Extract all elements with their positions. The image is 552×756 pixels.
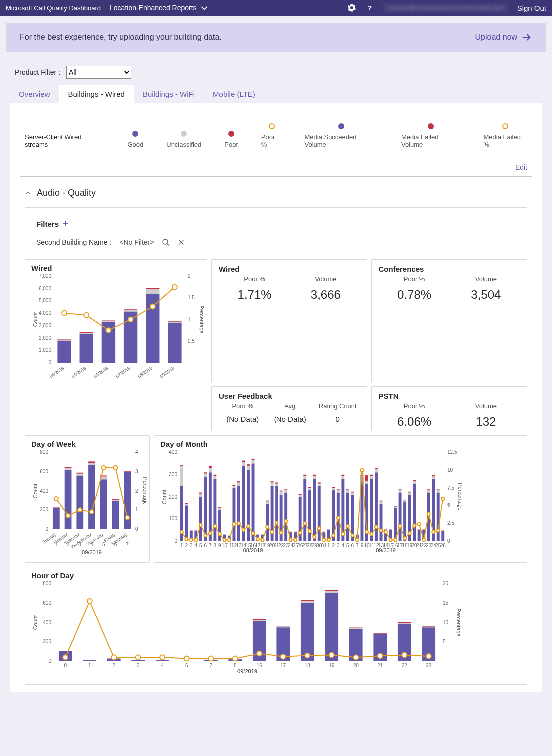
svg-rect-240: [375, 468, 378, 469]
sign-out-link[interactable]: Sign Out: [517, 4, 546, 12]
help-icon[interactable]: ?: [365, 3, 374, 12]
svg-text:7: 7: [209, 543, 212, 548]
svg-rect-34: [168, 321, 181, 322]
svg-rect-18: [57, 340, 71, 341]
svg-point-319: [351, 534, 354, 537]
svg-rect-196: [308, 490, 311, 541]
svg-text:2.5: 2.5: [447, 520, 454, 526]
svg-point-85: [113, 466, 117, 470]
filter-field-label: Second Building Name :: [36, 238, 111, 246]
gear-icon[interactable]: [347, 3, 356, 12]
svg-rect-27: [124, 310, 137, 312]
section-header[interactable]: Audio - Quality: [20, 188, 532, 207]
reports-menu[interactable]: Location-Enhanced Reports: [110, 3, 209, 12]
svg-rect-133: [209, 472, 212, 541]
svg-point-38: [128, 317, 133, 322]
svg-text:08/2019: 08/2019: [137, 365, 153, 379]
svg-point-331: [408, 532, 411, 535]
svg-rect-255: [399, 489, 402, 490]
svg-rect-273: [427, 489, 430, 490]
svg-point-329: [399, 525, 402, 528]
chevron-up-icon: [25, 190, 32, 197]
svg-point-328: [394, 538, 397, 541]
clear-filter-icon[interactable]: [178, 239, 185, 246]
svg-text:5: 5: [199, 543, 202, 548]
svg-point-295: [237, 522, 240, 525]
svg-rect-66: [76, 474, 83, 476]
svg-rect-59: [53, 508, 60, 529]
svg-text:8: 8: [234, 663, 237, 668]
svg-rect-171: [266, 501, 269, 502]
svg-rect-261: [408, 492, 411, 493]
svg-text:04/2019: 04/2019: [49, 365, 65, 379]
metric-column: Volume132: [450, 400, 522, 429]
svg-point-337: [437, 529, 440, 532]
svg-rect-218: [341, 476, 344, 479]
product-filter-select[interactable]: All: [66, 66, 131, 79]
svg-point-311: [313, 535, 316, 538]
svg-text:5: 5: [443, 639, 446, 644]
svg-point-303: [275, 521, 278, 524]
add-filter-icon[interactable]: +: [63, 219, 68, 229]
svg-point-286: [194, 538, 197, 541]
svg-rect-185: [289, 532, 292, 532]
svg-text:09/2019: 09/2019: [159, 365, 175, 379]
svg-point-309: [303, 522, 306, 525]
svg-point-297: [247, 525, 250, 528]
svg-text:?: ?: [368, 4, 372, 12]
svg-rect-276: [432, 475, 435, 476]
svg-text:300: 300: [169, 472, 177, 477]
svg-text:3: 3: [79, 542, 82, 547]
edit-link[interactable]: Edit: [515, 163, 527, 171]
svg-rect-221: [346, 490, 349, 492]
svg-rect-248: [389, 530, 392, 530]
svg-rect-204: [318, 482, 321, 483]
svg-point-84: [102, 466, 106, 470]
svg-text:2,000: 2,000: [39, 335, 51, 341]
svg-rect-65: [76, 476, 83, 530]
metric-wired: Wired Poor %1.71%Volume3,666: [211, 259, 367, 382]
tab-buildings-wifi[interactable]: Buildings - WiFi: [134, 85, 204, 103]
svg-point-302: [271, 530, 274, 533]
svg-point-40: [172, 285, 177, 290]
svg-rect-252: [394, 506, 397, 506]
svg-rect-117: [180, 465, 183, 466]
search-icon[interactable]: [162, 238, 170, 246]
svg-point-463: [233, 656, 238, 661]
svg-point-326: [384, 530, 387, 533]
svg-rect-410: [59, 651, 72, 651]
svg-text:0: 0: [45, 526, 48, 532]
svg-point-291: [218, 533, 221, 536]
svg-text:6: 6: [114, 542, 117, 547]
svg-rect-148: [233, 488, 236, 541]
svg-rect-241: [380, 504, 383, 541]
filter-field-value[interactable]: <No Filter>: [119, 238, 154, 246]
svg-rect-213: [332, 487, 335, 488]
svg-rect-75: [112, 500, 119, 501]
svg-rect-278: [437, 490, 440, 492]
upload-now-link[interactable]: Upload now: [475, 32, 533, 43]
svg-rect-439: [301, 601, 314, 603]
svg-rect-188: [294, 532, 297, 532]
svg-rect-131: [204, 474, 207, 477]
svg-rect-216: [337, 489, 340, 490]
svg-rect-138: [213, 475, 216, 476]
svg-rect-420: [156, 660, 169, 661]
svg-text:06/2019: 06/2019: [93, 365, 109, 379]
tab-buildings-wired[interactable]: Buildings - Wired: [59, 85, 134, 103]
svg-text:0: 0: [48, 360, 51, 365]
tab-overview[interactable]: Overview: [10, 85, 59, 103]
svg-text:3: 3: [337, 543, 340, 548]
svg-text:Percentage: Percentage: [457, 483, 462, 510]
svg-text:0: 0: [135, 526, 138, 532]
svg-text:1,000: 1,000: [39, 347, 51, 353]
svg-rect-71: [100, 479, 107, 529]
svg-rect-170: [266, 501, 269, 503]
svg-text:3,000: 3,000: [39, 323, 51, 328]
tab-mobile-lte-[interactable]: Mobile (LTE): [204, 85, 264, 103]
svg-rect-17: [57, 341, 71, 363]
metric-column: Volume3,666: [290, 273, 361, 302]
svg-point-304: [280, 531, 283, 534]
svg-point-324: [375, 525, 378, 528]
svg-rect-258: [403, 500, 406, 500]
